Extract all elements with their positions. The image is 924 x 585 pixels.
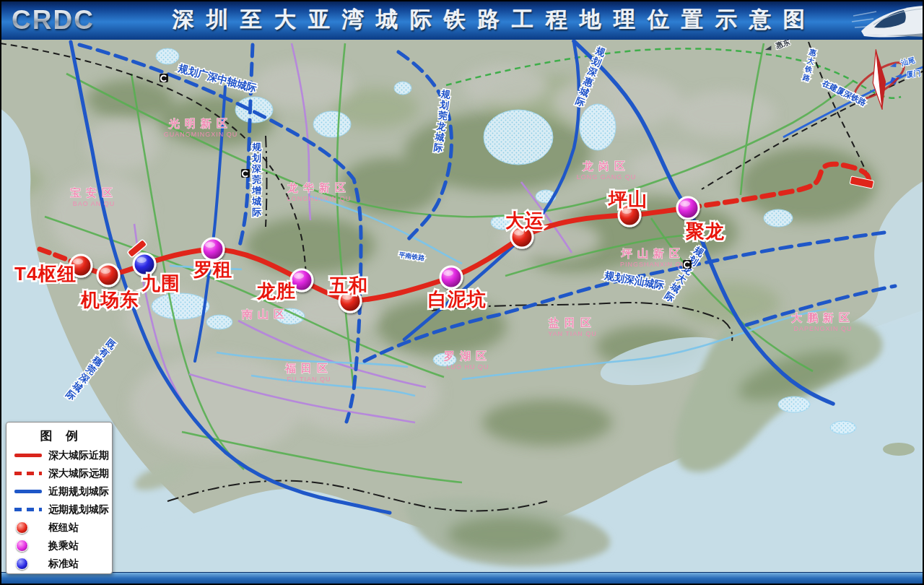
legend-item-2: 近期规划城际 [6,482,112,500]
legend-items: 深大城际近期深大城际远期近期规划城际远期规划城际枢纽站换乘站标准站 [6,446,112,573]
legend-title: 图 例 [6,428,112,444]
legend-item-label: 换乘站 [48,540,79,552]
train-icon [852,0,924,40]
legend-item-6: 标准站 [6,555,112,573]
legend-item-5: 换乘站 [6,537,112,555]
route-label: 规划深莞增城际 [251,142,262,217]
svg-text:光明新区: 光明新区 [168,117,232,129]
legend-item-label: 深大城际近期 [48,449,109,462]
svg-text:龙岗区: 龙岗区 [582,160,630,172]
station-label: 聚龙 [685,220,725,242]
legend-item-label: 深大城际远期 [48,467,109,480]
station-label: 罗租 [193,259,232,280]
svg-text:LONG GANG QU: LONG GANG QU [577,173,637,181]
legend-station-circle-swatch [14,521,42,534]
svg-text:宝安区: 宝安区 [70,186,118,199]
rail-station-icon [241,169,250,178]
district-label: 宝安区BAO AN QU [70,186,118,207]
page-frame: 宝安区BAO AN QU光明新区GUANGMINGXIN QU龙华新区LONGH… [0,0,924,585]
station-label: 九围 [141,272,180,294]
legend-panel: 图 例 深大城际近期深大城际远期近期规划城际远期规划城际枢纽站换乘站标准站 [6,422,113,574]
svg-text:GUANGMINGXIN QU: GUANGMINGXIN QU [164,131,238,138]
station-label: 龙胜 [256,280,296,302]
crdc-logo: CRDC [12,5,138,35]
station-label: 坪山 [607,188,648,210]
district-label: 坪山新区PINGSHANXIN QU [620,247,687,268]
legend-dashed-line-swatch [14,472,42,475]
svg-text:LONGHUAXIN QU: LONGHUAXIN QU [287,195,352,202]
rail-station-icon [683,260,692,269]
legend-station-circle-swatch [14,540,42,552]
legend-solid-line-swatch [14,490,42,493]
svg-text:BAO AN QU: BAO AN QU [73,200,116,207]
legend-item-0: 深大城际近期 [6,446,112,464]
legend-solid-line-swatch [14,454,42,457]
svg-text:YAN TIAN QU: YAN TIAN QU [548,330,597,337]
legend-item-label: 远期规划城际 [48,503,109,516]
map: 宝安区BAO AN QU光明新区GUANGMINGXIN QU龙华新区LONGH… [0,0,924,585]
district-label: 光明新区GUANGMINGXIN QU [164,117,238,138]
svg-text:福田区: 福田区 [284,362,333,374]
svg-text:坪山新区: 坪山新区 [621,247,685,259]
footer-bar [0,572,924,585]
district-label: 罗湖区LUO HU QU [443,350,492,370]
legend-item-label: 近期规划城际 [48,485,109,498]
station-label: T4枢纽 [14,263,77,285]
svg-text:LUO HU QU: LUO HU QU [446,363,489,370]
legend-item-1: 深大城际远期 [6,464,112,482]
svg-text:大鹏新区: 大鹏新区 [791,311,855,324]
legend-item-label: 标准站 [48,558,79,571]
district-label: 福田区FU TIAN QU [284,362,333,383]
legend-station-circle-swatch [14,558,42,570]
page-title: 深圳至大亚湾城际铁路工程地理位置示意图 [138,5,852,35]
header-bar: CRDC 深圳至大亚湾城际铁路工程地理位置示意图 [0,0,924,40]
district-label: 南山区 [241,308,289,320]
legend-item-4: 枢纽站 [6,519,112,537]
station-label: 机场东 [80,289,139,311]
svg-text:DAPENGXIN QU: DAPENGXIN QU [793,325,852,332]
svg-text:FU TIAN QU: FU TIAN QU [287,376,331,383]
legend-dashed-line-swatch [14,508,42,511]
svg-text:龙华新区: 龙华新区 [287,181,351,194]
svg-text:PINGSHANXIN QU: PINGSHANXIN QU [620,261,687,268]
district-label: 盐田区YAN TIAN QU [548,316,597,337]
rail-station-icon [160,74,168,82]
district-label: 大鹏新区DAPENGXIN QU [791,311,855,332]
svg-text:南山区: 南山区 [241,308,289,320]
district-label: 龙华新区LONGHUAXIN QU [287,181,351,202]
legend-item-3: 远期规划城际 [6,500,112,519]
district-label: 龙岗区LONG GANG QU [577,160,637,181]
station-label: 大运 [505,209,544,231]
legend-item-label: 枢纽站 [48,521,79,534]
svg-text:罗湖区: 罗湖区 [443,350,492,362]
svg-text:盐田区: 盐田区 [548,316,596,329]
station-label: 五和 [329,274,368,296]
station-label: 白泥坑 [428,288,487,310]
